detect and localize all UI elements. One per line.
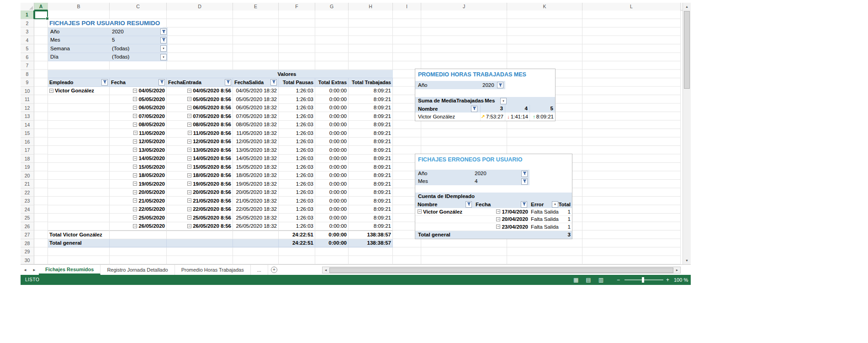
tab-scroll-right-button[interactable]: ► <box>30 265 39 275</box>
collapse-icon[interactable]: − <box>187 207 191 211</box>
row-header[interactable]: 9 <box>21 78 34 87</box>
header-empleado[interactable]: Empleado ▼ <box>48 78 110 87</box>
header-nombre[interactable]: Nombre ▼ <box>415 201 475 208</box>
column-header[interactable]: H <box>349 3 393 11</box>
row-header[interactable]: 22 <box>21 188 34 197</box>
cell-fecha-salida[interactable]: 15/05/2020 18:32 <box>233 163 279 172</box>
collapse-icon[interactable]: − <box>133 182 137 186</box>
header-fecha[interactable]: Fecha ▼ <box>475 201 529 208</box>
collapse-icon[interactable]: − <box>187 198 191 203</box>
cell-total-extras[interactable]: 0:00:00 <box>315 205 349 214</box>
cell-fecha-salida[interactable]: 06/05/2020 18:32 <box>233 104 279 113</box>
collapse-icon[interactable]: − <box>133 156 137 161</box>
ano-filter-button[interactable]: ▼ <box>521 171 528 177</box>
empty-cell[interactable] <box>167 239 233 248</box>
zoom-level[interactable]: 100 % <box>674 275 688 285</box>
page-break-view-icon[interactable]: ▥ <box>598 277 603 283</box>
collapse-icon[interactable]: − <box>49 89 53 93</box>
row-header[interactable]: 28 <box>21 239 34 248</box>
cell-total-pausas[interactable]: 1:26:03 <box>279 112 315 121</box>
row-header[interactable]: 17 <box>21 146 34 155</box>
header-total-extras[interactable]: Total Extras <box>315 78 349 87</box>
cell-fecha[interactable]: − 20/05/2020 <box>110 188 167 197</box>
cell-fecha-entrada[interactable]: − 07/05/2020 8:56 <box>167 112 233 121</box>
filter-value[interactable]: 5 <box>112 37 115 43</box>
cell-empleado[interactable]: − <box>48 172 110 180</box>
cell-total-pausas[interactable]: 1:26:03 <box>279 172 315 180</box>
cell-fecha[interactable]: − 20/04/2020 <box>475 216 529 222</box>
filter-value[interactable]: 4 <box>475 177 477 185</box>
cell-fecha-salida[interactable]: 21/05/2020 18:32 <box>233 197 279 205</box>
horizontal-scrollbar[interactable]: ◄ ► <box>322 267 681 273</box>
cell-total[interactable]: 1 <box>559 216 572 222</box>
filter-value[interactable]: 2020 <box>112 29 124 34</box>
row-header[interactable]: 11 <box>21 95 34 104</box>
cell-fecha[interactable]: − 15/05/2020 <box>110 163 167 172</box>
collapse-icon[interactable]: − <box>187 182 191 186</box>
cell-fecha-salida[interactable]: 08/05/2020 18:32 <box>233 121 279 129</box>
cell-empleado[interactable]: − <box>48 180 110 188</box>
header-total-pausas[interactable]: Total Pausas <box>279 78 315 87</box>
cell-total-trabajadas[interactable]: 8:09:21 <box>349 87 393 96</box>
cell-total-trabajadas[interactable]: 8:09:21 <box>349 197 393 205</box>
header-fecha-entrada[interactable]: FechaEntrada ▼ <box>167 78 233 87</box>
row-header[interactable]: 21 <box>21 180 34 188</box>
zoom-in-button[interactable]: + <box>666 275 669 285</box>
cell-total-extras[interactable]: 0:00:00 <box>315 104 349 113</box>
row-header[interactable]: 26 <box>21 222 34 231</box>
empty-cell[interactable] <box>233 230 279 239</box>
cell-total-extras[interactable]: 0:00:00 <box>315 222 349 231</box>
row-header[interactable]: 7 <box>21 61 34 70</box>
row-header[interactable]: 24 <box>21 205 34 214</box>
cell-empleado[interactable]: − <box>48 121 110 129</box>
cell-fecha-salida[interactable]: 22/05/2020 18:32 <box>233 205 279 214</box>
header-nombre[interactable]: Nombre ▼ <box>415 106 480 112</box>
cell-fecha-salida[interactable]: 13/05/2020 18:32 <box>233 146 279 155</box>
row-header[interactable]: 5 <box>21 44 34 53</box>
row-header[interactable]: 29 <box>21 247 34 256</box>
column-header[interactable]: K <box>507 3 582 11</box>
collapse-icon[interactable]: − <box>187 139 191 144</box>
cell-total-extras[interactable]: 0:00:00 <box>315 180 349 188</box>
cell-total-pausas[interactable]: 1:26:03 <box>279 180 315 188</box>
cell-fecha-entrada[interactable]: − 06/05/2020 8:56 <box>167 104 233 113</box>
row-header[interactable]: 10 <box>21 87 34 96</box>
column-header[interactable]: J <box>421 3 507 11</box>
row-header[interactable]: 27 <box>21 230 34 239</box>
subtotal-label-cell[interactable]: Total Victor González <box>48 230 110 239</box>
zoom-out-button[interactable]: − <box>617 275 620 285</box>
grand-total-pausas[interactable]: 24:22:51 <box>279 239 315 248</box>
cell-fecha-entrada[interactable]: − 21/05/2020 8:56 <box>167 197 233 205</box>
cell-empleado[interactable]: − <box>48 112 110 121</box>
column-header[interactable]: B <box>48 3 110 11</box>
add-sheet-button[interactable]: + <box>268 265 280 275</box>
collapse-icon[interactable]: − <box>187 106 191 110</box>
cell-total-extras[interactable]: 0:00:00 <box>315 95 349 104</box>
cell-fecha[interactable]: − 25/05/2020 <box>110 214 167 222</box>
grand-total-extras[interactable]: 0:00:00 <box>315 239 349 248</box>
cell-fecha[interactable]: − 26/05/2020 <box>110 222 167 231</box>
collapse-icon[interactable]: − <box>187 148 191 152</box>
column-header[interactable]: C <box>110 3 167 11</box>
cell-fecha-entrada[interactable]: − 22/05/2020 8:56 <box>167 205 233 214</box>
row-header[interactable]: 30 <box>21 256 34 265</box>
row-header[interactable]: 25 <box>21 214 34 222</box>
cell-total-trabajadas[interactable]: 8:09:21 <box>349 121 393 129</box>
collapse-icon[interactable]: − <box>133 114 137 118</box>
cell-fecha-entrada[interactable]: − 12/05/2020 8:56 <box>167 138 233 146</box>
cell-total-pausas[interactable]: 1:26:03 <box>279 205 315 214</box>
cell-fecha[interactable]: − 13/05/2020 <box>110 146 167 155</box>
cell-fecha-salida[interactable]: 14/05/2020 18:32 <box>233 155 279 163</box>
cell-total-extras[interactable]: 0:00:00 <box>315 172 349 180</box>
cell-fecha-entrada[interactable]: − 13/05/2020 8:56 <box>167 146 233 155</box>
collapse-icon[interactable]: − <box>188 131 192 135</box>
collapse-icon[interactable]: − <box>133 89 137 93</box>
cell-empleado[interactable]: − <box>48 197 110 205</box>
filter-value[interactable]: (Todas) <box>112 46 129 51</box>
header-fecha-salida[interactable]: FechaSalida ▼ <box>233 78 279 87</box>
cell-fecha[interactable]: − 21/05/2020 <box>110 197 167 205</box>
cell-fecha-salida[interactable]: 25/05/2020 18:32 <box>233 214 279 222</box>
sheet-tab[interactable]: Registro Jornada Detallado <box>101 265 175 275</box>
collapse-icon[interactable]: − <box>133 131 138 135</box>
cell-empleado[interactable]: − <box>48 146 110 155</box>
